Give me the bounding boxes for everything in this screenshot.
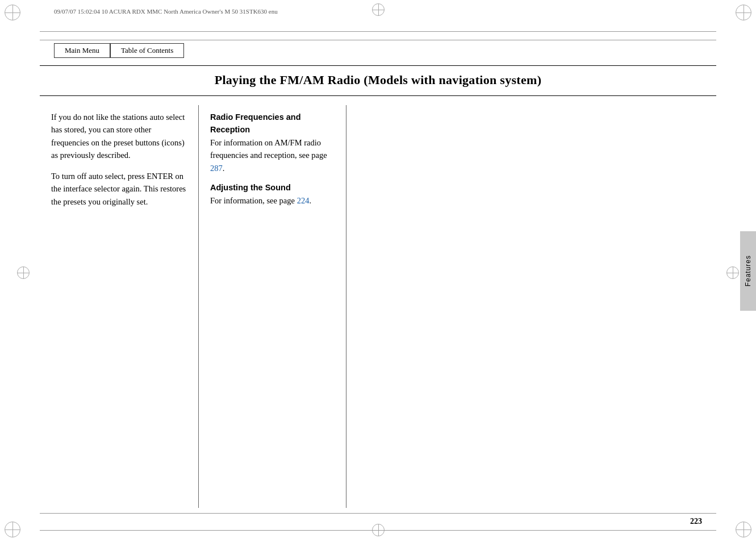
right-crosshair	[726, 263, 739, 279]
page-number: 223	[690, 517, 702, 526]
side-tab-label: Features	[744, 255, 752, 286]
radio-freq-section: Radio Frequencies and Reception For info…	[210, 111, 335, 174]
header-info-text: 09/07/07 15:02:04 10 ACURA RDX MMC North…	[54, 8, 278, 15]
radio-freq-period: .	[223, 164, 225, 173]
main-menu-button[interactable]: Main Menu	[54, 43, 110, 58]
adjusting-sound-section: Adjusting the Sound For information, see…	[210, 181, 335, 207]
radio-freq-body: For information on AM/FM radio frequenci…	[210, 138, 327, 160]
left-paragraph-1: If you do not like the stations auto sel…	[51, 111, 187, 162]
corner-mark-tl	[5, 5, 20, 20]
adjusting-sound-body: For information, see page	[210, 196, 297, 205]
left-crosshair	[17, 263, 30, 279]
bottom-rule-bottom	[40, 530, 716, 531]
top-rule-top	[40, 31, 716, 32]
right-column	[346, 105, 705, 508]
content-area: If you do not like the stations auto sel…	[51, 105, 705, 508]
adjusting-sound-heading: Adjusting the Sound	[210, 183, 291, 192]
left-column: If you do not like the stations auto sel…	[51, 105, 199, 508]
left-paragraph-2: To turn off auto select, press ENTER on …	[51, 170, 187, 208]
radio-freq-link[interactable]: 287	[210, 164, 223, 173]
bottom-rule-top	[40, 513, 716, 514]
corner-mark-br	[736, 522, 751, 537]
top-rule-inner	[40, 40, 716, 40]
top-divider-rule	[40, 65, 716, 66]
features-side-tab: Features	[740, 231, 756, 311]
title-rule	[40, 95, 716, 96]
bottom-crosshair	[372, 520, 385, 536]
nav-buttons: Main Menu Table of Contents	[54, 43, 184, 58]
header-info: 09/07/07 15:02:04 10 ACURA RDX MMC North…	[54, 8, 702, 15]
adjusting-sound-period: .	[309, 196, 311, 205]
middle-column: Radio Frequencies and Reception For info…	[199, 105, 346, 508]
adjusting-sound-link[interactable]: 224	[297, 196, 310, 205]
corner-mark-bl	[5, 522, 20, 537]
page-title: Playing the FM/AM Radio (Models with nav…	[40, 68, 716, 93]
radio-freq-heading: Radio Frequencies and Reception	[210, 112, 301, 134]
corner-mark-tr	[736, 5, 751, 20]
toc-button[interactable]: Table of Contents	[110, 43, 184, 58]
